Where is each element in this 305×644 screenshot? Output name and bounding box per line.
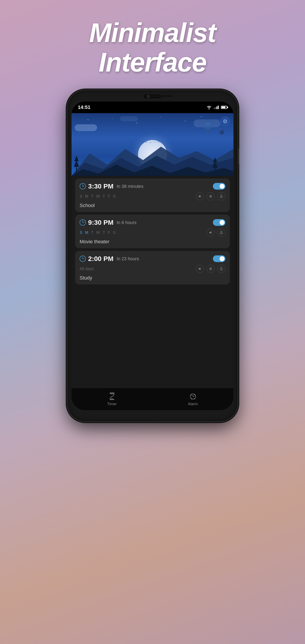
alarm-label-2: Movie theater bbox=[80, 239, 226, 245]
cloud-left bbox=[75, 124, 97, 131]
headline-line2: Interface bbox=[89, 48, 216, 77]
clock-icon-3 bbox=[80, 256, 86, 262]
voice-btn-3[interactable] bbox=[217, 265, 226, 273]
svg-rect-11 bbox=[210, 268, 211, 269]
sound-btn-1[interactable] bbox=[196, 192, 204, 200]
voice-btn-1[interactable] bbox=[217, 192, 226, 200]
timer-icon bbox=[108, 392, 116, 400]
clock-icon-1 bbox=[80, 183, 86, 190]
svg-rect-8 bbox=[221, 231, 222, 233]
phone-wrapper: 14:51 bbox=[68, 90, 238, 421]
clock-icon-2 bbox=[80, 219, 86, 226]
headline-line1: Minimalist bbox=[89, 18, 216, 48]
balloon-right bbox=[204, 122, 211, 132]
alarm-days-1: S M T W T F S bbox=[80, 194, 116, 199]
alarm-icon bbox=[189, 392, 197, 400]
voice-btn-2[interactable] bbox=[217, 228, 226, 236]
hero-area: ⚙ bbox=[72, 113, 234, 176]
phone-speaker bbox=[150, 95, 172, 97]
nav-timer[interactable]: Timer bbox=[98, 390, 126, 408]
alarm-countdown-1: In 38 minutes bbox=[116, 184, 143, 189]
alarm-days-all-3: All days bbox=[80, 266, 94, 271]
phone-frame: 14:51 bbox=[68, 90, 238, 421]
bottom-nav: Timer bbox=[72, 388, 234, 410]
sound-btn-2[interactable] bbox=[206, 228, 215, 236]
headline: Minimalist Interface bbox=[89, 18, 216, 77]
alarm-time-3: 2:00 PM bbox=[88, 255, 113, 262]
svg-rect-12 bbox=[221, 267, 222, 269]
vibrate-btn-3[interactable] bbox=[206, 265, 215, 273]
nav-alarm-label: Alarm bbox=[188, 402, 198, 406]
balloon-far-right bbox=[220, 129, 224, 136]
alarm-card-movie[interactable]: 9:30 PM In 6 hours S M T W T bbox=[75, 215, 230, 248]
svg-rect-5 bbox=[210, 196, 211, 197]
alarm-label-3: Study bbox=[80, 275, 226, 281]
nav-alarm[interactable]: Alarm bbox=[179, 390, 206, 408]
side-button bbox=[238, 148, 239, 164]
battery-icon bbox=[221, 106, 227, 109]
alarm-card-school[interactable]: 3:30 PM In 38 minutes S M T W T bbox=[75, 178, 230, 212]
mountains-svg bbox=[72, 140, 234, 176]
svg-point-0 bbox=[209, 108, 210, 109]
alarm-countdown-2: In 6 hours bbox=[116, 220, 136, 225]
alarm-time-2: 9:30 PM bbox=[88, 219, 113, 226]
nav-timer-label: Timer bbox=[107, 402, 117, 406]
cloud-top bbox=[120, 116, 138, 121]
signal-icon bbox=[214, 106, 219, 109]
alarm-countdown-3: In 23 hours bbox=[116, 256, 139, 262]
alarm-list[interactable]: 3:30 PM In 38 minutes S M T W T bbox=[72, 176, 234, 388]
status-time: 14:51 bbox=[78, 104, 90, 110]
alarm-days-2: S M T W T F S bbox=[80, 230, 116, 235]
gear-icon: ⚙ bbox=[223, 118, 228, 124]
alarm-card-study[interactable]: 2:00 PM In 23 hours All days bbox=[75, 251, 230, 284]
alarm-toggle-1[interactable] bbox=[213, 183, 226, 190]
phone-screen: 14:51 bbox=[72, 102, 234, 410]
alarm-label-1: School bbox=[80, 202, 226, 208]
status-icons bbox=[206, 105, 227, 110]
alarm-toggle-3[interactable] bbox=[213, 255, 226, 262]
vibrate-btn-1[interactable] bbox=[206, 192, 215, 200]
alarm-time-1: 3:30 PM bbox=[88, 182, 113, 190]
status-bar: 14:51 bbox=[72, 102, 234, 113]
settings-button[interactable]: ⚙ bbox=[220, 116, 230, 126]
wifi-icon bbox=[206, 105, 212, 110]
alarm-toggle-2[interactable] bbox=[213, 219, 226, 226]
svg-rect-6 bbox=[221, 195, 222, 196]
sound-btn-3[interactable] bbox=[196, 265, 204, 273]
